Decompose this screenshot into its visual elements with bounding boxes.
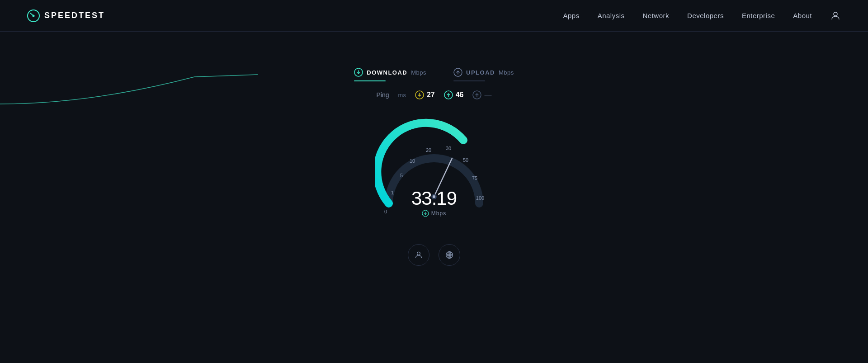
main-content: DOWNLOAD Mbps UPLOAD Mbps Ping ms (0, 32, 868, 363)
download-icon (354, 68, 363, 77)
nav-developers[interactable]: Developers (687, 12, 724, 19)
ping-unit: ms (398, 92, 406, 99)
download-metric-icon (415, 90, 424, 99)
svg-text:1: 1 (391, 190, 394, 195)
svg-text:0: 0 (384, 209, 387, 214)
svg-point-2 (834, 12, 837, 16)
download-tab[interactable]: DOWNLOAD Mbps (354, 68, 426, 81)
download-unit: Mbps (411, 69, 426, 76)
svg-point-21 (417, 252, 420, 255)
download-metric: 27 (415, 90, 435, 99)
svg-text:30: 30 (446, 146, 451, 151)
speed-tabs: DOWNLOAD Mbps UPLOAD Mbps (354, 68, 514, 81)
speedometer: 0 1 5 10 20 30 50 75 100 33.19 (375, 113, 493, 231)
upload-underline (453, 80, 485, 81)
speed-reading: 33.19 Mbps (411, 189, 457, 217)
download-tab-header: DOWNLOAD Mbps (354, 68, 426, 77)
extra-metric-icon (472, 90, 481, 99)
upload-metric-value: 46 (456, 91, 464, 99)
main-nav: Apps Analysis Network Developers Enterpr… (563, 10, 841, 21)
svg-text:10: 10 (410, 158, 415, 164)
globe-button[interactable] (439, 244, 460, 266)
nav-apps[interactable]: Apps (563, 12, 579, 19)
upload-tab[interactable]: UPLOAD Mbps (453, 68, 514, 81)
svg-point-1 (33, 14, 35, 17)
svg-text:20: 20 (426, 147, 431, 153)
download-underline (354, 80, 386, 81)
svg-text:75: 75 (472, 175, 477, 181)
svg-text:100: 100 (476, 195, 484, 201)
nav-network[interactable]: Network (643, 12, 670, 19)
speed-unit-text: Mbps (431, 210, 446, 217)
svg-text:50: 50 (463, 157, 468, 163)
speedtest-logo-icon (27, 9, 40, 22)
upload-unit: Mbps (499, 69, 514, 76)
nav-analysis[interactable]: Analysis (598, 12, 625, 19)
ping-label: Ping (377, 91, 389, 99)
user-profile-button[interactable] (408, 244, 429, 266)
extra-metric: — (472, 90, 491, 99)
download-label: DOWNLOAD (367, 69, 407, 76)
user-button-icon (414, 250, 423, 259)
download-metric-value: 27 (427, 91, 435, 99)
header: SPEEDTEST Apps Analysis Network Develope… (0, 0, 868, 32)
logo-text: SPEEDTEST (44, 11, 105, 20)
extra-metric-value: — (484, 91, 491, 99)
bottom-buttons (408, 244, 460, 266)
globe-button-icon (445, 250, 454, 259)
upload-label: UPLOAD (466, 69, 495, 76)
user-account-icon[interactable] (830, 10, 841, 21)
nav-enterprise[interactable]: Enterprise (742, 12, 775, 19)
svg-text:5: 5 (400, 173, 403, 178)
ping-area: Ping ms 27 46 — (377, 90, 492, 99)
upload-metric: 46 (444, 90, 464, 99)
speed-download-icon (422, 210, 429, 217)
upload-metric-icon (444, 90, 453, 99)
upload-tab-header: UPLOAD Mbps (453, 68, 514, 77)
speed-unit-row: Mbps (411, 210, 457, 217)
logo[interactable]: SPEEDTEST (27, 9, 105, 22)
nav-about[interactable]: About (793, 12, 812, 19)
upload-icon (453, 68, 462, 77)
speed-value: 33.19 (411, 189, 457, 208)
